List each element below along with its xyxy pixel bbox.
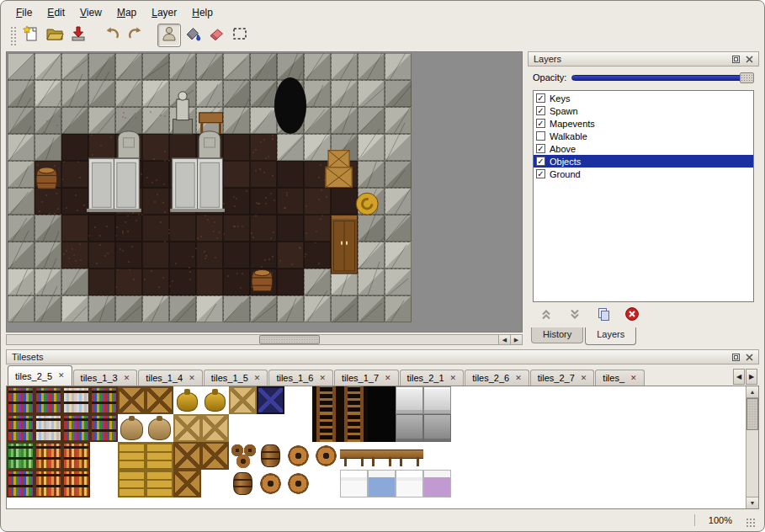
tileset-tile[interactable] — [396, 386, 423, 414]
tileset-tile[interactable] — [35, 442, 62, 470]
stamp-tool-button[interactable] — [157, 24, 181, 47]
tileset-tile[interactable] — [396, 414, 423, 442]
tileset-tile[interactable] — [62, 414, 90, 442]
tileset-tile[interactable] — [423, 414, 451, 442]
scroll-down-icon[interactable]: ▼ — [746, 497, 758, 508]
tileset-tile[interactable] — [146, 414, 173, 442]
scroll-up-icon[interactable]: ▲ — [746, 386, 758, 398]
tileset-tile[interactable] — [229, 470, 257, 497]
redo-button[interactable] — [124, 24, 147, 47]
layer-checkbox[interactable]: ✓ — [536, 144, 545, 153]
menu-map[interactable]: Map — [110, 5, 143, 20]
tabs-scroll-right-icon[interactable]: ▶ — [746, 369, 757, 385]
tileset-tile[interactable] — [173, 470, 201, 497]
tab-close-icon[interactable]: ✕ — [581, 375, 587, 382]
layer-move-up-button[interactable] — [538, 307, 555, 324]
tileset-tile[interactable] — [173, 442, 201, 470]
tab-close-icon[interactable]: ✕ — [189, 375, 195, 382]
undo-button[interactable] — [100, 24, 124, 47]
tileset-tab-tiles_1_6[interactable]: tiles_1_6✕ — [268, 370, 333, 386]
float-icon[interactable] — [730, 352, 741, 363]
tileset-tab-tiles_2_6[interactable]: tiles_2_6✕ — [465, 370, 529, 386]
tileset-vertical-scrollbar[interactable]: ▲ ▼ — [746, 386, 758, 508]
tileset-tile[interactable] — [229, 414, 257, 442]
tileset-tile[interactable] — [423, 386, 451, 414]
layer-row-spawn[interactable]: ✓Spawn — [534, 104, 753, 117]
tileset-tile[interactable] — [423, 442, 451, 470]
opacity-slider-track[interactable] — [571, 75, 752, 81]
tileset-tile[interactable] — [35, 414, 62, 442]
dock-tab-history[interactable]: History — [531, 327, 583, 343]
scroll-right-icon[interactable]: ▶ — [510, 335, 522, 344]
tileset-tab-tiles_[interactable]: tiles_✕ — [595, 370, 644, 386]
layer-move-down-button[interactable] — [566, 307, 583, 324]
tab-close-icon[interactable]: ✕ — [254, 375, 261, 382]
tileset-tile[interactable] — [257, 414, 284, 442]
tileset-tile[interactable] — [7, 470, 35, 497]
tab-close-icon[interactable]: ✕ — [385, 375, 391, 382]
tileset-tile[interactable] — [201, 386, 229, 414]
tileset-tile[interactable] — [396, 442, 423, 470]
dock-tab-layers[interactable]: Layers — [585, 327, 636, 345]
tileset-tile[interactable] — [35, 470, 62, 497]
layer-checkbox[interactable]: ✓ — [536, 106, 545, 115]
opacity-slider[interactable] — [571, 72, 754, 83]
layer-delete-button[interactable] — [624, 307, 640, 324]
tileset-tile[interactable] — [90, 386, 118, 414]
tileset-tab-tiles_1_4[interactable]: tiles_1_4✕ — [138, 370, 203, 386]
tileset-tile[interactable] — [90, 470, 118, 497]
map-render[interactable] — [8, 53, 412, 322]
tab-close-icon[interactable]: ✕ — [319, 375, 326, 382]
layer-row-ground[interactable]: ✓Ground — [534, 168, 753, 180]
tileset-tile[interactable] — [146, 442, 173, 470]
tileset-tile[interactable] — [284, 414, 312, 442]
menu-help[interactable]: Help — [185, 5, 220, 20]
menu-view[interactable]: View — [73, 5, 109, 20]
tileset-tile[interactable] — [423, 470, 451, 497]
tileset-tile[interactable] — [340, 414, 368, 442]
layer-row-walkable[interactable]: Walkable — [534, 130, 753, 142]
layer-checkbox[interactable]: ✓ — [536, 157, 545, 166]
menu-file[interactable]: File — [9, 5, 39, 20]
tileset-tile[interactable] — [118, 442, 146, 470]
layer-checkbox[interactable]: ✓ — [536, 169, 545, 178]
layer-checkbox[interactable]: ✓ — [536, 93, 545, 103]
scroll-left-icon[interactable]: ◀ — [498, 335, 510, 344]
map-horizontal-scrollbar[interactable]: ◀ ▶ — [6, 334, 523, 345]
map-canvas[interactable] — [6, 51, 523, 332]
tileset-tab-tiles_2_1[interactable]: tiles_2_1✕ — [400, 370, 465, 386]
tileset-tile[interactable] — [368, 442, 396, 470]
menu-layer[interactable]: Layer — [145, 5, 183, 20]
tileset-tab-tiles_1_3[interactable]: tiles_1_3✕ — [73, 370, 138, 386]
open-button[interactable] — [43, 24, 66, 47]
tab-close-icon[interactable]: ✕ — [515, 375, 522, 382]
tileset-tile[interactable] — [312, 442, 340, 470]
layer-checkbox[interactable]: ✓ — [536, 119, 545, 128]
close-icon[interactable] — [744, 352, 755, 363]
opacity-slider-handle[interactable] — [740, 72, 754, 83]
fill-tool-button[interactable] — [181, 24, 205, 47]
float-icon[interactable] — [730, 54, 741, 65]
vscroll-thumb[interactable] — [746, 398, 758, 430]
tileset-tile[interactable] — [284, 386, 312, 414]
tileset-tile[interactable] — [7, 414, 35, 442]
close-icon[interactable] — [744, 54, 755, 65]
tileset-tile[interactable] — [62, 442, 90, 470]
tileset-tile[interactable] — [118, 470, 146, 497]
layer-row-keys[interactable]: ✓Keys — [534, 92, 753, 104]
tileset-tile[interactable] — [340, 470, 368, 497]
tileset-tile[interactable] — [340, 442, 368, 470]
tileset-tile[interactable] — [257, 470, 284, 497]
tileset-tile[interactable] — [284, 442, 312, 470]
tileset-tile[interactable] — [173, 414, 201, 442]
tileset-tile[interactable] — [368, 470, 396, 497]
tileset-tile[interactable] — [368, 386, 396, 414]
eraser-tool-button[interactable] — [205, 24, 228, 47]
tileset-tile[interactable] — [201, 442, 229, 470]
tileset-tile[interactable] — [312, 470, 340, 497]
tileset-tile[interactable] — [146, 470, 173, 497]
tileset-tab-tiles_2_5[interactable]: tiles_2_5✕ — [8, 365, 72, 386]
tileset-tile[interactable] — [173, 386, 201, 414]
tileset-tile[interactable] — [201, 470, 229, 497]
tileset-tile[interactable] — [146, 386, 173, 414]
